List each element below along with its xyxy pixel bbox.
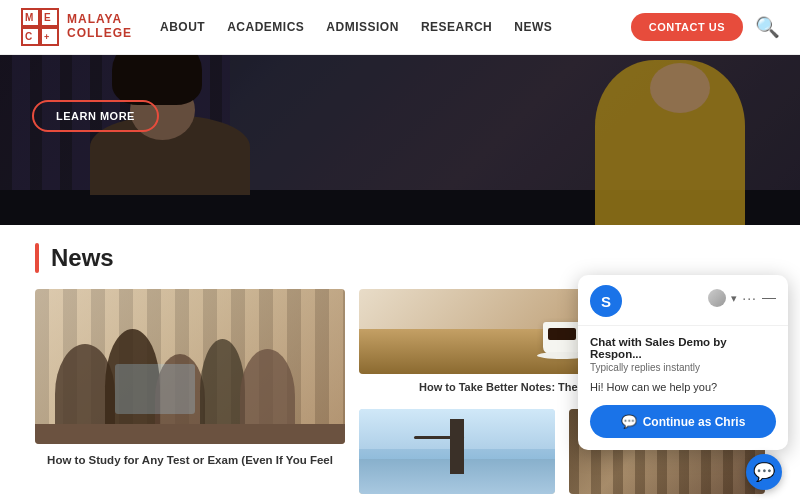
header-actions: CONTACT US 🔍 — [631, 13, 780, 41]
search-icon: 🔍 — [755, 16, 780, 38]
chat-body: Chat with Sales Demo by Respon... Typica… — [578, 326, 788, 450]
logo-malaya: MALAYA — [67, 13, 132, 27]
learn-more-button[interactable]: LEARN MORE — [32, 100, 159, 132]
logo-icon: M E C + — [20, 7, 60, 47]
news-title: News — [51, 244, 114, 272]
chat-mini-avatar — [708, 289, 726, 307]
svg-text:M: M — [25, 12, 33, 23]
nav-item-academics[interactable]: ACADEMICS — [227, 20, 304, 34]
svg-text:+: + — [44, 32, 49, 42]
contact-us-button[interactable]: CONTACT US — [631, 13, 743, 41]
nav-item-about[interactable]: ABOUT — [160, 20, 205, 34]
chat-company-name: Chat with Sales Demo by Respon... — [590, 336, 776, 360]
chat-message: Hi! How can we help you? — [590, 381, 776, 393]
hero-section: LEARN MORE — [0, 55, 800, 225]
svg-text:C: C — [25, 31, 32, 42]
svg-text:E: E — [44, 12, 51, 23]
main-nav: ABOUT ACADEMICS ADMISSION RESEARCH NEWS — [160, 20, 631, 34]
news-card-bridge-image — [359, 409, 555, 494]
messenger-button-icon: 💬 — [621, 414, 637, 429]
logo-text: MALAYA COLLEGE — [67, 13, 132, 41]
news-card-study-image — [35, 289, 345, 444]
chat-dropdown-icon[interactable]: ▾ — [731, 292, 737, 305]
chat-avatar: S — [590, 285, 622, 317]
nav-item-news[interactable]: NEWS — [514, 20, 552, 34]
chat-dots-icon[interactable]: ··· — [742, 290, 757, 306]
continue-as-chris-button[interactable]: 💬 Continue as Chris — [590, 405, 776, 438]
news-heading: News — [35, 243, 765, 273]
messenger-fab[interactable]: 💬 — [746, 454, 782, 490]
hero-overlay — [0, 55, 800, 225]
nav-item-research[interactable]: RESEARCH — [421, 20, 492, 34]
chat-reply-time: Typically replies instantly — [590, 362, 776, 373]
chat-header-icons-row: ▾ ··· — — [630, 285, 776, 307]
chat-widget: S ▾ ··· — Chat with Sales Demo by Respon… — [578, 275, 788, 450]
chat-header: S ▾ ··· — — [578, 275, 788, 326]
header: M E C + MALAYA COLLEGE ABOUT ACADEMICS A… — [0, 0, 800, 55]
news-card-study-title: How to Study for Any Test or Exam (Even … — [35, 452, 345, 468]
logo-college: COLLEGE — [67, 27, 132, 41]
logo[interactable]: M E C + MALAYA COLLEGE — [20, 7, 132, 47]
chat-minimize-icon[interactable]: — — [762, 290, 776, 304]
continue-button-label: Continue as Chris — [643, 415, 746, 429]
messenger-fab-icon: 💬 — [753, 461, 775, 483]
news-heading-border — [35, 243, 39, 273]
news-card-bridge[interactable] — [359, 409, 555, 494]
search-button[interactable]: 🔍 — [755, 17, 780, 37]
news-card-study[interactable]: How to Study for Any Test or Exam (Even … — [35, 289, 345, 500]
nav-item-admission[interactable]: ADMISSION — [326, 20, 399, 34]
